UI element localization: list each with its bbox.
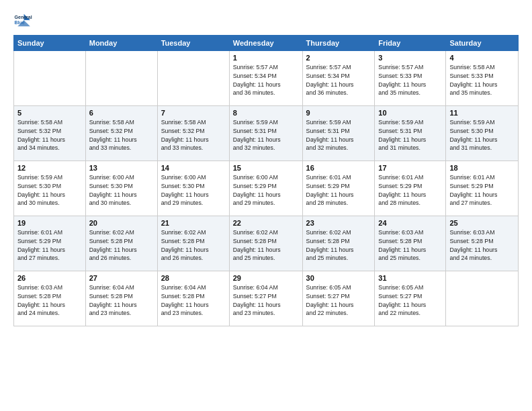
calendar-cell: 18Sunrise: 6:01 AMSunset: 5:29 PMDayligh… [446, 161, 519, 216]
calendar-cell: 26Sunrise: 6:03 AMSunset: 5:28 PMDayligh… [14, 271, 86, 326]
weekday-header-saturday: Saturday [446, 36, 519, 51]
day-number: 31 [378, 274, 442, 282]
day-info: Sunrise: 6:03 AMSunset: 5:28 PMDaylight:… [378, 228, 442, 263]
weekday-header-monday: Monday [85, 36, 157, 51]
day-info: Sunrise: 5:59 AMSunset: 5:31 PMDaylight:… [306, 118, 371, 152]
day-info: Sunrise: 6:03 AMSunset: 5:28 PMDaylight:… [449, 228, 515, 263]
weekday-header-thursday: Thursday [302, 36, 375, 51]
calendar-cell: 24Sunrise: 6:03 AMSunset: 5:28 PMDayligh… [375, 216, 446, 271]
week-row-3: 12Sunrise: 5:59 AMSunset: 5:30 PMDayligh… [14, 161, 519, 216]
day-info: Sunrise: 6:03 AMSunset: 5:28 PMDaylight:… [17, 283, 82, 318]
calendar-cell: 1Sunrise: 5:57 AMSunset: 5:34 PMDaylight… [229, 51, 302, 106]
logo: General Blue [13, 11, 32, 30]
day-number: 17 [378, 164, 442, 172]
header: General Blue [13, 11, 519, 30]
day-number: 10 [378, 109, 442, 117]
day-info: Sunrise: 5:58 AMSunset: 5:32 PMDaylight:… [89, 118, 154, 152]
week-row-1: 1Sunrise: 5:57 AMSunset: 5:34 PMDaylight… [14, 51, 519, 106]
day-number: 21 [161, 219, 226, 227]
day-number: 29 [233, 274, 299, 282]
weekday-header-tuesday: Tuesday [157, 36, 229, 51]
weekday-header-row: SundayMondayTuesdayWednesdayThursdayFrid… [14, 36, 519, 51]
calendar-table: SundayMondayTuesdayWednesdayThursdayFrid… [13, 35, 519, 326]
day-number: 11 [449, 109, 515, 117]
day-number: 19 [17, 219, 82, 227]
day-info: Sunrise: 6:02 AMSunset: 5:28 PMDaylight:… [306, 228, 371, 263]
day-info: Sunrise: 5:58 AMSunset: 5:32 PMDaylight:… [17, 118, 82, 152]
day-info: Sunrise: 6:01 AMSunset: 5:29 PMDaylight:… [378, 173, 442, 208]
day-number: 24 [378, 219, 442, 227]
calendar-cell: 11Sunrise: 5:59 AMSunset: 5:30 PMDayligh… [446, 106, 519, 161]
calendar-cell: 21Sunrise: 6:02 AMSunset: 5:28 PMDayligh… [157, 216, 229, 271]
day-info: Sunrise: 6:04 AMSunset: 5:28 PMDaylight:… [89, 283, 154, 318]
day-info: Sunrise: 6:04 AMSunset: 5:28 PMDaylight:… [161, 283, 226, 318]
day-number: 22 [233, 219, 299, 227]
day-info: Sunrise: 6:05 AMSunset: 5:27 PMDaylight:… [378, 283, 442, 318]
week-row-5: 26Sunrise: 6:03 AMSunset: 5:28 PMDayligh… [14, 271, 519, 326]
page: General Blue SundayMondayTuesdayWednesda… [0, 0, 532, 411]
day-number: 25 [449, 219, 515, 227]
calendar-cell: 4Sunrise: 5:58 AMSunset: 5:33 PMDaylight… [446, 51, 519, 106]
day-info: Sunrise: 6:02 AMSunset: 5:28 PMDaylight:… [233, 228, 299, 263]
day-info: Sunrise: 5:57 AMSunset: 5:33 PMDaylight:… [378, 63, 442, 97]
logo-icon: General Blue [13, 11, 32, 30]
day-info: Sunrise: 5:59 AMSunset: 5:30 PMDaylight:… [449, 118, 515, 152]
weekday-header-wednesday: Wednesday [229, 36, 302, 51]
calendar-cell: 20Sunrise: 6:02 AMSunset: 5:28 PMDayligh… [85, 216, 157, 271]
week-row-4: 19Sunrise: 6:01 AMSunset: 5:29 PMDayligh… [14, 216, 519, 271]
day-info: Sunrise: 6:05 AMSunset: 5:27 PMDaylight:… [306, 283, 371, 318]
calendar-cell: 23Sunrise: 6:02 AMSunset: 5:28 PMDayligh… [302, 216, 375, 271]
calendar-cell: 2Sunrise: 5:57 AMSunset: 5:34 PMDaylight… [302, 51, 375, 106]
calendar-cell: 29Sunrise: 6:04 AMSunset: 5:27 PMDayligh… [229, 271, 302, 326]
calendar-cell: 14Sunrise: 6:00 AMSunset: 5:30 PMDayligh… [157, 161, 229, 216]
calendar-cell [446, 271, 519, 326]
calendar-cell: 7Sunrise: 5:58 AMSunset: 5:32 PMDaylight… [157, 106, 229, 161]
day-info: Sunrise: 6:00 AMSunset: 5:30 PMDaylight:… [89, 173, 154, 208]
day-number: 7 [161, 109, 226, 117]
calendar-cell: 31Sunrise: 6:05 AMSunset: 5:27 PMDayligh… [375, 271, 446, 326]
calendar-cell: 10Sunrise: 5:59 AMSunset: 5:31 PMDayligh… [375, 106, 446, 161]
day-info: Sunrise: 6:00 AMSunset: 5:29 PMDaylight:… [233, 173, 299, 208]
calendar-cell: 27Sunrise: 6:04 AMSunset: 5:28 PMDayligh… [85, 271, 157, 326]
calendar-cell: 13Sunrise: 6:00 AMSunset: 5:30 PMDayligh… [85, 161, 157, 216]
day-info: Sunrise: 6:01 AMSunset: 5:29 PMDaylight:… [306, 173, 371, 208]
day-info: Sunrise: 6:02 AMSunset: 5:28 PMDaylight:… [161, 228, 226, 263]
calendar-cell: 25Sunrise: 6:03 AMSunset: 5:28 PMDayligh… [446, 216, 519, 271]
day-number: 14 [161, 164, 226, 172]
day-number: 28 [161, 274, 226, 282]
calendar-cell: 15Sunrise: 6:00 AMSunset: 5:29 PMDayligh… [229, 161, 302, 216]
svg-text:General: General [15, 15, 32, 19]
calendar-cell: 17Sunrise: 6:01 AMSunset: 5:29 PMDayligh… [375, 161, 446, 216]
calendar-cell: 30Sunrise: 6:05 AMSunset: 5:27 PMDayligh… [302, 271, 375, 326]
calendar-cell [157, 51, 229, 106]
day-info: Sunrise: 5:59 AMSunset: 5:30 PMDaylight:… [17, 173, 82, 208]
day-number: 6 [89, 109, 154, 117]
day-number: 1 [233, 54, 299, 62]
day-number: 27 [89, 274, 154, 282]
day-number: 4 [449, 54, 515, 62]
calendar-cell: 5Sunrise: 5:58 AMSunset: 5:32 PMDaylight… [14, 106, 86, 161]
day-number: 13 [89, 164, 154, 172]
day-info: Sunrise: 6:01 AMSunset: 5:29 PMDaylight:… [449, 173, 515, 208]
day-info: Sunrise: 5:58 AMSunset: 5:32 PMDaylight:… [161, 118, 226, 152]
weekday-header-sunday: Sunday [14, 36, 86, 51]
day-number: 16 [306, 164, 371, 172]
day-number: 9 [306, 109, 371, 117]
calendar-cell: 9Sunrise: 5:59 AMSunset: 5:31 PMDaylight… [302, 106, 375, 161]
day-number: 5 [17, 109, 82, 117]
calendar-cell: 16Sunrise: 6:01 AMSunset: 5:29 PMDayligh… [302, 161, 375, 216]
day-number: 18 [449, 164, 515, 172]
calendar-cell: 12Sunrise: 5:59 AMSunset: 5:30 PMDayligh… [14, 161, 86, 216]
day-number: 20 [89, 219, 154, 227]
day-number: 15 [233, 164, 299, 172]
calendar-cell [85, 51, 157, 106]
day-number: 8 [233, 109, 299, 117]
calendar-cell: 3Sunrise: 5:57 AMSunset: 5:33 PMDaylight… [375, 51, 446, 106]
day-info: Sunrise: 6:00 AMSunset: 5:30 PMDaylight:… [161, 173, 226, 208]
calendar-cell: 28Sunrise: 6:04 AMSunset: 5:28 PMDayligh… [157, 271, 229, 326]
week-row-2: 5Sunrise: 5:58 AMSunset: 5:32 PMDaylight… [14, 106, 519, 161]
calendar-cell: 19Sunrise: 6:01 AMSunset: 5:29 PMDayligh… [14, 216, 86, 271]
day-number: 12 [17, 164, 82, 172]
day-number: 2 [306, 54, 371, 62]
day-info: Sunrise: 5:57 AMSunset: 5:34 PMDaylight:… [306, 63, 371, 97]
